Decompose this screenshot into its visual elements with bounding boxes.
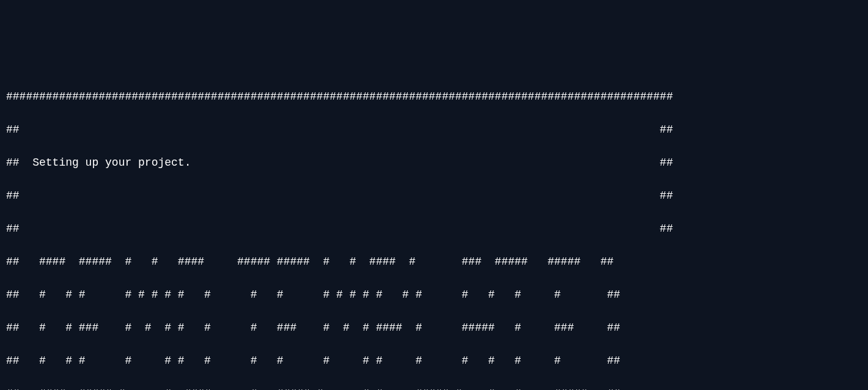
banner-line: ## Setting up your project. ## — [6, 155, 862, 171]
ascii-art-line: ## # # ### # # # # # # ### # # # #### # … — [6, 320, 862, 336]
banner-line: ## ## — [6, 188, 862, 204]
terminal-output: ########################################… — [6, 72, 862, 390]
ascii-art-line: ## #### ##### # # #### ##### ##### # # #… — [6, 254, 862, 270]
banner-line: ########################################… — [6, 89, 862, 105]
banner-line: ## ## — [6, 122, 862, 138]
banner-line: ## ## — [6, 221, 862, 237]
ascii-art-line: ## #### ##### # # #### # ##### # # # ###… — [6, 386, 862, 390]
ascii-art-line: ## # # # # # # # # # # # # # # # # # # #… — [6, 287, 862, 303]
ascii-art-line: ## # # # # # # # # # # # # # # # # # ## — [6, 353, 862, 369]
